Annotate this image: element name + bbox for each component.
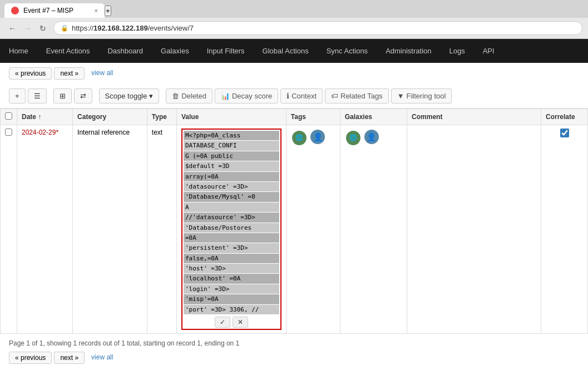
nav-api[interactable]: API bbox=[474, 39, 503, 63]
value-line-6: 'Database/Mysql' =0 bbox=[184, 192, 279, 201]
value-line-3: $default =3D bbox=[184, 161, 279, 171]
new-tab-button[interactable]: + bbox=[105, 6, 111, 16]
forward-button[interactable]: → bbox=[21, 22, 34, 34]
nav-administration[interactable]: Administration bbox=[377, 39, 440, 63]
galaxies-cell: 🌐 👤 bbox=[340, 125, 407, 334]
tag-icon: 🏷 bbox=[331, 92, 338, 100]
nav-global-actions[interactable]: Global Actions bbox=[254, 39, 318, 63]
value-line-2: G (=0A public bbox=[184, 151, 279, 161]
nav-logs[interactable]: Logs bbox=[441, 39, 474, 63]
pagination-top: « previous next » view all bbox=[0, 63, 588, 84]
value-line-13: 'host' =3D> bbox=[184, 264, 279, 273]
next-page-button-top[interactable]: next » bbox=[54, 67, 85, 80]
security-icon: 🔒 bbox=[61, 24, 68, 32]
value-line-9: 'Database/Postores bbox=[184, 223, 279, 233]
comment-cell bbox=[407, 125, 541, 334]
table-wrapper: Date ↑ Category Type Value Tags Galaxies… bbox=[0, 108, 588, 334]
attributes-table: Date ↑ Category Type Value Tags Galaxies… bbox=[0, 108, 588, 334]
correlate-header: Correlate bbox=[541, 109, 588, 125]
nav-event-actions[interactable]: Event Actions bbox=[37, 39, 99, 63]
correlate-checkbox[interactable] bbox=[560, 129, 569, 137]
address-text: https://192.168.122.189/events/view/7 bbox=[72, 24, 194, 32]
prev-page-button-bottom[interactable]: « previous bbox=[9, 352, 52, 364]
comment-header: Comment bbox=[407, 109, 541, 125]
nav-home[interactable]: Home bbox=[0, 39, 37, 63]
value-confirm-button[interactable]: ✓ bbox=[215, 317, 230, 328]
value-line-17: 'port' =3D> 3306, // bbox=[184, 305, 279, 314]
value-line-0: M<?php=0A_class bbox=[184, 131, 279, 140]
earth-tag-icon[interactable]: 🌐 bbox=[292, 131, 307, 145]
table-row: 2024-02-29* Internal reference text M<?p… bbox=[1, 125, 588, 334]
nav-sync-actions[interactable]: Sync Actions bbox=[318, 39, 377, 63]
trash-icon: 🗑 bbox=[172, 92, 179, 100]
type-cell: text bbox=[147, 125, 176, 334]
value-box: M<?php=0A_classDATABASE_CONFIG (=0A publ… bbox=[181, 129, 281, 330]
page-buttons-bottom: « previous next » view all bbox=[9, 352, 579, 364]
add-galaxy-button[interactable]: 👤 bbox=[364, 130, 379, 144]
nav-dashboard[interactable]: Dashboard bbox=[98, 39, 152, 63]
value-cell: M<?php=0A_classDATABASE_CONFIG (=0A publ… bbox=[176, 125, 286, 334]
value-line-1: DATABASE_CONFI bbox=[184, 141, 279, 150]
address-bar-area: ← → ↻ 🔒 https://192.168.122.189/events/v… bbox=[0, 18, 588, 38]
type-header: Type bbox=[147, 109, 176, 125]
context-label: Context bbox=[291, 92, 317, 100]
transform-button[interactable]: ⇄ bbox=[74, 88, 92, 103]
next-page-button-bottom[interactable]: next » bbox=[54, 352, 85, 364]
value-line-8: //'datasource' =3D> bbox=[184, 213, 279, 222]
related-tags-button[interactable]: 🏷 Related Tags bbox=[325, 88, 389, 103]
chart-icon: 📊 bbox=[221, 92, 230, 100]
filtering-tool-button[interactable]: ▼ Filtering tool bbox=[391, 88, 452, 103]
filter-view-button[interactable]: ⊞ bbox=[53, 88, 72, 103]
scope-toggle-button[interactable]: Scope toggle ▾ bbox=[99, 88, 160, 103]
view-all-link-top[interactable]: view all bbox=[87, 67, 117, 80]
app-navbar: Home Event Actions Dashboard Galaxies In… bbox=[0, 39, 588, 63]
view-all-link-bottom[interactable]: view all bbox=[87, 352, 117, 364]
decay-score-button[interactable]: 📊 Decay score bbox=[215, 88, 278, 103]
row-checkbox[interactable] bbox=[5, 129, 12, 136]
category-header: Category bbox=[73, 109, 147, 125]
value-line-15: 'login' =3D> bbox=[184, 284, 279, 294]
back-button[interactable]: ← bbox=[6, 22, 19, 34]
close-tab-button[interactable]: × bbox=[95, 7, 98, 14]
galaxies-header: Galaxies bbox=[340, 109, 407, 125]
value-line-12: false,=0A bbox=[184, 254, 279, 263]
header-row: Date ↑ Category Type Value Tags Galaxies… bbox=[1, 109, 588, 125]
add-attribute-button[interactable]: + bbox=[9, 88, 26, 103]
tab-title: Event #7 – MISP bbox=[23, 7, 90, 14]
nav-input-filters[interactable]: Input Filters bbox=[198, 39, 254, 63]
filtering-tool-label: Filtering tool bbox=[407, 92, 446, 100]
tab-bar: Event #7 – MISP × + bbox=[0, 0, 588, 18]
nav-galaxies[interactable]: Galaxies bbox=[152, 39, 198, 63]
related-tags-label: Related Tags bbox=[340, 92, 383, 100]
globe-galaxy-icon[interactable]: 🌐 bbox=[346, 131, 360, 145]
category-cell: Internal reference bbox=[73, 125, 147, 334]
pagination-bottom: Page 1 of 1, showing 1 records out of 1 … bbox=[0, 334, 588, 369]
decay-score-label: Decay score bbox=[232, 92, 272, 100]
correlate-cell bbox=[541, 125, 588, 334]
value-line-4: array(=0A bbox=[184, 172, 279, 181]
value-header: Value bbox=[176, 109, 286, 125]
address-bar[interactable]: 🔒 https://192.168.122.189/events/view/7 bbox=[53, 21, 582, 35]
value-actions: ✓ ✕ bbox=[184, 315, 279, 328]
deleted-button[interactable]: 🗑 Deleted bbox=[166, 88, 213, 103]
value-cancel-button[interactable]: ✕ bbox=[233, 317, 248, 328]
filter-icon: ▼ bbox=[397, 92, 404, 100]
pagination-info: Page 1 of 1, showing 1 records out of 1 … bbox=[9, 339, 239, 347]
value-line-10: =0A bbox=[184, 233, 279, 243]
list-view-button[interactable]: ☰ bbox=[28, 88, 47, 103]
value-content: M<?php=0A_classDATABASE_CONFIG (=0A publ… bbox=[184, 131, 279, 314]
reload-button[interactable]: ↻ bbox=[37, 22, 49, 34]
context-button[interactable]: ℹ Context bbox=[280, 88, 323, 103]
scope-caret-icon: ▾ bbox=[149, 92, 153, 100]
row-checkbox-cell bbox=[1, 125, 17, 334]
add-person-tag-button[interactable]: 👤 bbox=[310, 130, 325, 144]
prev-page-button-top[interactable]: « previous bbox=[9, 67, 52, 80]
info-icon: ℹ bbox=[286, 92, 289, 100]
table-header: Date ↑ Category Type Value Tags Galaxies… bbox=[1, 109, 588, 125]
value-line-7: A bbox=[184, 203, 279, 212]
value-line-5: 'datasource' =3D> bbox=[184, 182, 279, 191]
page-content: « previous next » view all + ☰ ⊞ ⇄ Scope… bbox=[0, 63, 588, 369]
value-line-16: 'misp'=0A bbox=[184, 294, 279, 304]
date-header[interactable]: Date ↑ bbox=[17, 109, 73, 125]
select-all-checkbox[interactable] bbox=[5, 112, 12, 120]
